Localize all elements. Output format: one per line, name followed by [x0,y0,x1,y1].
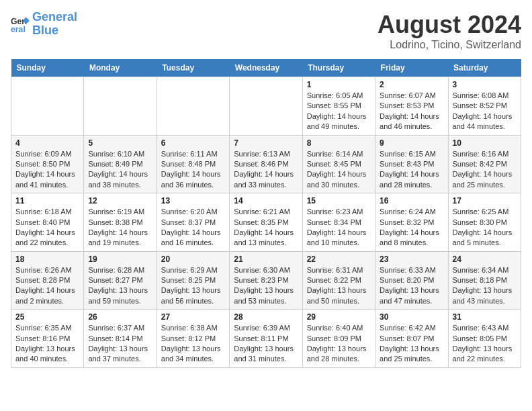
day-info: Sunrise: 6:33 AMSunset: 8:20 PMDaylight:… [380,265,443,307]
day-number: 28 [234,312,298,322]
calendar-cell: 30Sunrise: 6:42 AMSunset: 8:07 PMDayligh… [375,310,448,368]
calendar-cell: 17Sunrise: 6:25 AMSunset: 8:30 PMDayligh… [448,193,521,252]
week-row-3: 11Sunrise: 6:18 AMSunset: 8:40 PMDayligh… [11,193,521,252]
day-info: Sunrise: 6:31 AMSunset: 8:22 PMDaylight:… [307,265,371,307]
calendar-cell [11,77,84,136]
calendar-cell: 31Sunrise: 6:43 AMSunset: 8:05 PMDayligh… [448,310,521,368]
day-info: Sunrise: 6:30 AMSunset: 8:23 PMDaylight:… [234,265,298,307]
day-info: Sunrise: 6:40 AMSunset: 8:09 PMDaylight:… [307,323,371,365]
day-info: Sunrise: 6:21 AMSunset: 8:35 PMDaylight:… [234,207,298,248]
calendar-cell [84,77,157,136]
calendar-cell: 3Sunrise: 6:08 AMSunset: 8:52 PMDaylight… [448,77,521,136]
calendar-cell [157,77,229,136]
calendar-cell: 2Sunrise: 6:07 AMSunset: 8:53 PMDaylight… [375,77,448,136]
day-info: Sunrise: 6:26 AMSunset: 8:28 PMDaylight:… [15,265,79,307]
weekday-header-tuesday: Tuesday [157,59,229,77]
calendar-cell: 7Sunrise: 6:13 AMSunset: 8:46 PMDaylight… [230,135,302,193]
week-row-2: 4Sunrise: 6:09 AMSunset: 8:50 PMDaylight… [11,135,521,193]
day-number: 13 [161,196,225,205]
day-number: 20 [161,255,225,264]
title-block: August 2024 Lodrino, Ticino, Switzerland [378,11,521,51]
calendar-cell: 18Sunrise: 6:26 AMSunset: 8:28 PMDayligh… [11,251,84,310]
calendar-cell: 16Sunrise: 6:24 AMSunset: 8:32 PMDayligh… [375,193,448,252]
day-number: 18 [15,255,79,264]
day-info: Sunrise: 6:24 AMSunset: 8:32 PMDaylight:… [380,207,443,248]
day-number: 19 [88,255,152,264]
day-number: 7 [234,138,298,148]
week-row-4: 18Sunrise: 6:26 AMSunset: 8:28 PMDayligh… [11,251,521,310]
calendar-cell: 26Sunrise: 6:37 AMSunset: 8:14 PMDayligh… [84,310,157,368]
day-number: 3 [453,80,517,89]
week-row-1: 1Sunrise: 6:05 AMSunset: 8:55 PMDaylight… [11,77,521,136]
weekday-header-thursday: Thursday [302,59,375,77]
day-info: Sunrise: 6:28 AMSunset: 8:27 PMDaylight:… [88,265,152,307]
day-info: Sunrise: 6:29 AMSunset: 8:25 PMDaylight:… [161,265,225,307]
day-info: Sunrise: 6:09 AMSunset: 8:50 PMDaylight:… [15,149,79,191]
calendar-cell: 27Sunrise: 6:38 AMSunset: 8:12 PMDayligh… [157,310,229,368]
calendar-cell: 24Sunrise: 6:34 AMSunset: 8:18 PMDayligh… [448,251,521,310]
weekday-header-wednesday: Wednesday [230,59,302,77]
month-year: August 2024 [378,11,521,39]
calendar-cell: 25Sunrise: 6:35 AMSunset: 8:16 PMDayligh… [11,310,84,368]
calendar-cell: 5Sunrise: 6:10 AMSunset: 8:49 PMDaylight… [84,135,157,193]
day-info: Sunrise: 6:08 AMSunset: 8:52 PMDaylight:… [453,91,517,132]
day-info: Sunrise: 6:38 AMSunset: 8:12 PMDaylight:… [161,323,225,365]
calendar-cell: 29Sunrise: 6:40 AMSunset: 8:09 PMDayligh… [302,310,375,368]
day-number: 21 [234,255,298,264]
day-info: Sunrise: 6:07 AMSunset: 8:53 PMDaylight:… [380,91,443,132]
day-number: 4 [15,138,79,148]
day-info: Sunrise: 6:10 AMSunset: 8:49 PMDaylight:… [88,149,152,191]
day-number: 23 [380,255,443,264]
calendar-cell: 12Sunrise: 6:19 AMSunset: 8:38 PMDayligh… [84,193,157,252]
calendar-cell: 8Sunrise: 6:14 AMSunset: 8:45 PMDaylight… [302,135,375,193]
calendar-cell: 9Sunrise: 6:15 AMSunset: 8:43 PMDaylight… [375,135,448,193]
day-info: Sunrise: 6:42 AMSunset: 8:07 PMDaylight:… [380,323,443,365]
day-number: 17 [453,196,517,205]
day-info: Sunrise: 6:18 AMSunset: 8:40 PMDaylight:… [15,207,79,248]
day-number: 11 [15,196,79,205]
calendar-cell: 11Sunrise: 6:18 AMSunset: 8:40 PMDayligh… [11,193,84,252]
calendar-cell: 1Sunrise: 6:05 AMSunset: 8:55 PMDaylight… [302,77,375,136]
day-number: 1 [307,80,371,89]
calendar-cell: 19Sunrise: 6:28 AMSunset: 8:27 PMDayligh… [84,251,157,310]
day-number: 14 [234,196,298,205]
day-number: 26 [88,312,152,322]
calendar-cell: 6Sunrise: 6:11 AMSunset: 8:48 PMDaylight… [157,135,229,193]
calendar-cell: 13Sunrise: 6:20 AMSunset: 8:37 PMDayligh… [157,193,229,252]
calendar-cell: 23Sunrise: 6:33 AMSunset: 8:20 PMDayligh… [375,251,448,310]
day-info: Sunrise: 6:37 AMSunset: 8:14 PMDaylight:… [88,323,152,365]
weekday-header-sunday: Sunday [11,59,84,77]
day-info: Sunrise: 6:19 AMSunset: 8:38 PMDaylight:… [88,207,152,248]
day-number: 22 [307,255,371,264]
weekday-header-friday: Friday [375,59,448,77]
logo-text: GeneralBlue [32,11,77,38]
week-row-5: 25Sunrise: 6:35 AMSunset: 8:16 PMDayligh… [11,310,521,368]
day-number: 10 [453,138,517,148]
day-info: Sunrise: 6:20 AMSunset: 8:37 PMDaylight:… [161,207,225,248]
day-info: Sunrise: 6:14 AMSunset: 8:45 PMDaylight:… [307,149,371,191]
calendar-cell: 20Sunrise: 6:29 AMSunset: 8:25 PMDayligh… [157,251,229,310]
day-info: Sunrise: 6:23 AMSunset: 8:34 PMDaylight:… [307,207,371,248]
svg-text:eral: eral [11,25,26,34]
calendar-cell: 21Sunrise: 6:30 AMSunset: 8:23 PMDayligh… [230,251,302,310]
calendar-cell: 4Sunrise: 6:09 AMSunset: 8:50 PMDaylight… [11,135,84,193]
calendar-cell: 14Sunrise: 6:21 AMSunset: 8:35 PMDayligh… [230,193,302,252]
day-info: Sunrise: 6:34 AMSunset: 8:18 PMDaylight:… [453,265,517,307]
calendar-table: SundayMondayTuesdayWednesdayThursdayFrid… [11,59,521,368]
day-number: 30 [380,312,443,322]
calendar-cell: 15Sunrise: 6:23 AMSunset: 8:34 PMDayligh… [302,193,375,252]
day-info: Sunrise: 6:13 AMSunset: 8:46 PMDaylight:… [234,149,298,191]
day-number: 16 [380,196,443,205]
day-number: 31 [453,312,517,322]
day-info: Sunrise: 6:25 AMSunset: 8:30 PMDaylight:… [453,207,517,248]
calendar-cell: 10Sunrise: 6:16 AMSunset: 8:42 PMDayligh… [448,135,521,193]
day-number: 29 [307,312,371,322]
day-number: 5 [88,138,152,148]
logo-icon: Gen eral [11,15,30,34]
day-number: 24 [453,255,517,264]
day-number: 8 [307,138,371,148]
day-info: Sunrise: 6:39 AMSunset: 8:11 PMDaylight:… [234,323,298,365]
day-number: 2 [380,80,443,89]
day-info: Sunrise: 6:11 AMSunset: 8:48 PMDaylight:… [161,149,225,191]
day-info: Sunrise: 6:35 AMSunset: 8:16 PMDaylight:… [15,323,79,365]
